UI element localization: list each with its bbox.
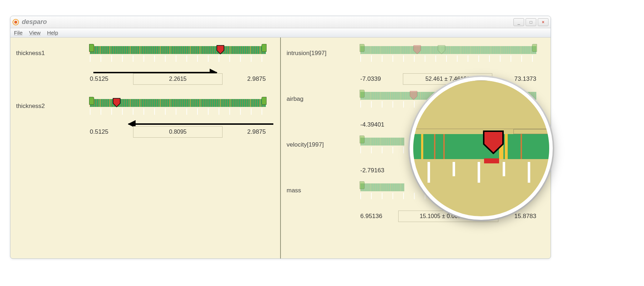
range-handle-left[interactable] xyxy=(360,181,365,189)
range-handle-left[interactable] xyxy=(360,44,365,52)
range-handle-right[interactable] xyxy=(532,44,537,52)
window-controls: _ □ × xyxy=(513,18,548,26)
param-row-thickness1: thickness1 0.5125 2.9875 xyxy=(15,40,269,86)
range-max: 73.1373 xyxy=(514,75,536,83)
range-min: 0.5125 xyxy=(90,75,108,83)
value-row: 0.5125 2.9875 xyxy=(90,126,266,138)
menu-file[interactable]: File xyxy=(14,30,23,36)
range-handle-right[interactable] xyxy=(262,44,267,52)
range-max: 2.9875 xyxy=(247,128,266,135)
tick-marks xyxy=(90,55,266,62)
app-title: desparo xyxy=(22,18,47,26)
range-handle-left[interactable] xyxy=(360,90,365,98)
range-min: -4.39401 xyxy=(360,121,384,128)
param-label: mass xyxy=(287,187,301,194)
minimize-button[interactable]: _ xyxy=(513,18,524,26)
range-min: -7.0339 xyxy=(360,75,381,83)
slider-track[interactable] xyxy=(360,44,536,55)
param-label: intrusion[1997] xyxy=(287,50,327,57)
close-button[interactable]: × xyxy=(538,18,548,26)
range-min: 6.95136 xyxy=(360,213,382,220)
range-max: 2.9875 xyxy=(247,75,266,83)
param-label: airbag xyxy=(287,95,303,103)
left-column: thickness1 0.5125 2.9875 t xyxy=(10,38,281,258)
value-pointer-icon[interactable] xyxy=(410,91,418,100)
range-handle-left[interactable] xyxy=(89,97,94,105)
range-handle-left[interactable] xyxy=(360,135,365,143)
range-handle-left[interactable] xyxy=(89,44,94,52)
menubar: File View Help xyxy=(10,28,551,38)
zoom-marker xyxy=(484,158,499,163)
value-input[interactable] xyxy=(133,126,223,138)
tick-marks xyxy=(360,55,536,62)
maximize-button[interactable]: □ xyxy=(526,18,536,26)
app-icon xyxy=(13,19,19,25)
slider-track[interactable] xyxy=(90,97,266,108)
menu-help[interactable]: Help xyxy=(47,30,58,36)
zoom-pointer-icon xyxy=(483,130,504,154)
slider-track[interactable] xyxy=(90,44,266,55)
range-max: 15.8783 xyxy=(514,213,536,220)
param-row-thickness2: thickness2 0.5125 2.9875 xyxy=(15,93,269,139)
param-label: thickness2 xyxy=(16,103,45,110)
param-row-intrusion: intrusion[1997] -7.0339 73.137 xyxy=(285,40,540,86)
secondary-pointer-icon[interactable] xyxy=(438,45,445,54)
zoom-input-edge xyxy=(513,129,549,134)
value-pointer-icon[interactable] xyxy=(216,45,224,54)
param-label: thickness1 xyxy=(16,50,45,57)
titlebar: desparo _ □ × xyxy=(10,16,551,28)
range-min: -2.79163 xyxy=(360,167,384,174)
range-handle-right[interactable] xyxy=(262,97,267,105)
value-row: 0.5125 2.9875 xyxy=(90,73,266,85)
zoom-track xyxy=(413,134,549,159)
tick-marks xyxy=(90,108,266,115)
param-label: velocity[1997] xyxy=(287,141,324,148)
value-pointer-icon[interactable] xyxy=(413,45,421,54)
magnifier-zoom xyxy=(410,77,553,220)
value-pointer-icon[interactable] xyxy=(113,98,121,107)
range-min: 0.5125 xyxy=(90,128,108,135)
value-input[interactable] xyxy=(133,73,223,85)
menu-view[interactable]: View xyxy=(29,30,40,36)
